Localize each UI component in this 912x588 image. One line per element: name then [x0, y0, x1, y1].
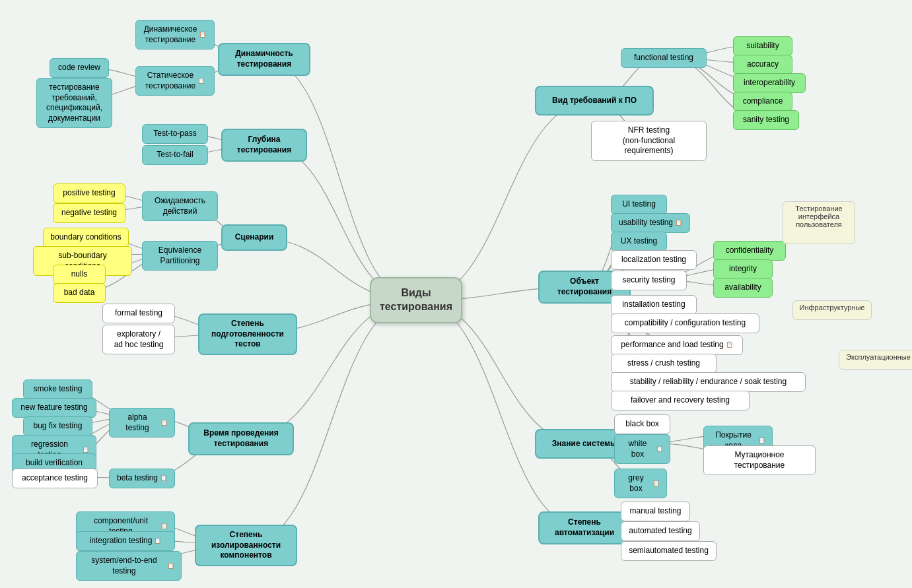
node-confidentiality: confidentiality [713, 241, 786, 261]
node-security-testing: security testing [611, 271, 687, 290]
node-bug-fix-testing: bug fix testing [23, 416, 92, 436]
node-new-feature-testing: new feature testing [12, 398, 96, 418]
node-boundary-conditions: boundary conditions [43, 228, 129, 247]
node-white-box: white box📋 [614, 434, 670, 464]
node-степень-изолированности-компонентов: Степень изолированности компонентов [195, 525, 297, 566]
node-test-to-fail: Test-to-fail [142, 145, 208, 165]
node-acceptance-testing: acceptance testing [12, 469, 98, 488]
node-interoperability: interoperability [733, 73, 806, 93]
node-мутационное-тестирование: Мутационное тестирование [703, 445, 816, 475]
node-степень-автоматизации: Степень автоматизации [538, 511, 631, 544]
node-positive-testing: positive testing [53, 183, 125, 203]
node-глубина-тестирования: Глубина тестирования [221, 129, 307, 162]
node-bad-data: bad data [53, 283, 106, 303]
node-alpha-testing: alpha testing📋 [109, 408, 175, 438]
node-степень-подготовленности-тестов: Степень подготовленности тестов [198, 313, 297, 355]
node-тестирование-требований-спецификаций-документации: тестирование требований, спецификаций, д… [36, 78, 112, 128]
node-automated-testing: automated testing [621, 521, 700, 541]
node-smoke-testing: smoke testing [23, 379, 92, 399]
brace-label: Тестирование интерфейса пользователя [783, 201, 855, 244]
node-nulls: nulls [53, 265, 106, 284]
node-динамичность-тестирования: Динамичность тестирования [218, 43, 310, 76]
node-сценарии: Сценарии [221, 224, 287, 251]
node-test-to-pass: Test-to-pass [142, 124, 208, 144]
node-вид-требований-к-по: Вид требований к ПО [535, 86, 654, 115]
node-accuracy: accuracy [733, 55, 792, 75]
node-grey-box: grey box📋 [614, 469, 667, 498]
node-failover-and-recovery-testing: failover and recovery testing [611, 391, 750, 410]
node-ожидаемость-действий: Ожидаемость действий [142, 191, 218, 221]
node-beta-testing: beta testing📋 [109, 469, 175, 488]
node-formal-testing: formal testing [102, 304, 175, 323]
node-suitability: suitability [733, 36, 792, 56]
brace-label: Эксплуатационные [839, 350, 912, 370]
node-compatibility--configuration-testing: compatibility / configuration testing [611, 313, 759, 333]
center-node: Виды тестирования [370, 277, 462, 323]
node-stress--crush-testing: stress / crush testing [611, 354, 717, 374]
node-installation-testing: installation testing [611, 295, 697, 315]
node-manual-testing: manual testing [621, 502, 690, 521]
node-equivalence-partitioning: Equivalence Partitioning [142, 241, 218, 271]
node-compliance: compliance [733, 92, 792, 112]
node-availability: availability [713, 278, 773, 298]
node-systemend-to-end-testing: system/end-to-end testing📋 [76, 551, 182, 581]
node-ux-testing: UX testing [611, 232, 667, 251]
node-semiautomated-testing: semiautomated testing [621, 541, 717, 561]
node-nfr-testing-non-functional-requirements: NFR testing (non-functional requirements… [591, 121, 707, 161]
node-время-проведения-тестирования: Время проведения тестирования [188, 422, 294, 455]
node-динамическое-тестирование: Динамическое тестирование📋 [135, 20, 215, 49]
node-integration-testing: integration testing📋 [76, 531, 175, 551]
node-black-box: black box [614, 414, 670, 434]
node-negative-testing: negative testing [53, 203, 125, 223]
node-functional-testing: functional testing [621, 48, 707, 68]
node-ui-testing: UI testing [611, 195, 667, 214]
node-статическое-тестирование: Статическое тестирование📋 [135, 66, 215, 96]
mindmap-container: Виды тестированияДинамичность тестирован… [0, 0, 912, 588]
node-stability--reliability--endurance--soak-testing: stability / reliability / endurance / so… [611, 372, 806, 392]
node-code-review: code review [50, 58, 109, 78]
node-exploratory--ad-hoc-testing: exploratory / ad hoc testing [102, 325, 175, 354]
node-performance-and-load-testing: performance and load testing📋 [611, 335, 743, 355]
brace-label: Инфраструктурные [792, 300, 872, 320]
node-localization-testing: localization testing [611, 250, 697, 270]
node-integrity: integrity [713, 259, 773, 279]
node-sanity-testing: sanity testing [733, 110, 799, 130]
node-usability-testing: usability testing📋 [611, 213, 690, 233]
